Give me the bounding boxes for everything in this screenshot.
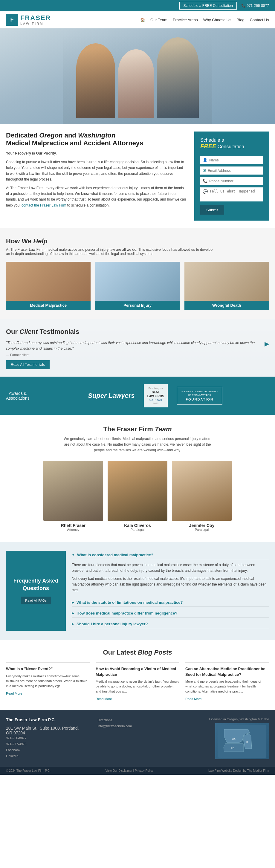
logo[interactable]: F FRASER LAW FIRM xyxy=(6,14,51,26)
awards-section: Awards &Associations Super Lawyers Best … xyxy=(0,377,275,415)
logo-icon: F xyxy=(6,14,18,26)
testimonial-next-arrow[interactable]: ▶ xyxy=(265,340,269,347)
super-lawyers-logo: Super Lawyers xyxy=(88,392,135,400)
priority-heading: Your Recovery is Our Priority. xyxy=(6,151,187,156)
footer-disclaimer-link: View Our Disclaimer | Privacy Policy xyxy=(105,769,153,772)
awards-logos: Super Lawyers Best Lawyers BESTLAW FIRMS… xyxy=(41,384,269,407)
team-role-2: Paralegal xyxy=(172,528,232,531)
contact-link[interactable]: contact the Fraser Law Firm xyxy=(22,203,66,208)
service-card-wrongful[interactable]: Wrongful Death xyxy=(184,262,269,310)
footer-facebook[interactable]: Facebook xyxy=(6,747,86,753)
nav-blog[interactable]: Blog xyxy=(237,18,245,22)
nav-practice-areas[interactable]: Practice Areas xyxy=(173,18,198,22)
faq-content: ▼ What is considered medical malpractice… xyxy=(72,551,269,631)
malpractice-label: Medical Malpractice xyxy=(6,301,91,310)
team-cards: Rhett Fraser Attorney Kala Oliveros Para… xyxy=(6,461,269,531)
team-card-2: Jennifer Coy Paralegal xyxy=(172,461,232,531)
faq-answer-0: There are four elements that must be pro… xyxy=(72,559,269,596)
logo-firm-sub: LAW FIRM xyxy=(20,22,51,25)
service-card-malpractice[interactable]: Medical Malpractice xyxy=(6,262,91,310)
wrongful-label: Wrongful Death xyxy=(184,301,269,310)
footer-col-contact: Directions info@thefraserfirm.com xyxy=(98,717,178,759)
testimonial-text: "The effort and energy was outstanding b… xyxy=(6,340,260,356)
faq-question-3[interactable]: ▶ Should I hire a personal injury lawyer… xyxy=(72,620,269,628)
faq-arrow-3: ▶ xyxy=(72,622,74,626)
blog-section: Our Latest Blog Posts What is a "Never E… xyxy=(0,640,275,710)
blog-read-more-2[interactable]: Read More xyxy=(185,697,202,701)
team-heading: The Fraser Firm Team xyxy=(6,425,269,433)
footer-email[interactable]: info@thefraserfirm.com xyxy=(98,723,178,729)
faq-q-text-0: What is considered medical malpractice? xyxy=(77,553,153,557)
blog-title-2: Can an Alternative Medicine Practitioner… xyxy=(185,666,269,677)
nav-why-choose-us[interactable]: Why Choose Us xyxy=(203,18,232,22)
email-input[interactable] xyxy=(208,168,261,173)
team-name-2: Jennifer Coy xyxy=(172,523,232,528)
nav-our-team[interactable]: Our Team xyxy=(150,18,167,22)
footer-phone1[interactable]: 971-266-8877 xyxy=(6,735,86,741)
phone-input[interactable] xyxy=(209,179,261,183)
footer-licensed: Licensed in Oregon, Washington & Idaho xyxy=(209,717,269,721)
logo-text: FRASER LAW FIRM xyxy=(20,14,51,25)
faq-arrow-0: ▼ xyxy=(72,553,75,557)
faq-arrow-2: ▶ xyxy=(72,612,74,615)
privacy-policy-link[interactable]: Privacy Policy xyxy=(135,769,153,772)
faq-q-text-1: What is the statute of limitations on me… xyxy=(77,600,183,605)
view-disclaimer-link[interactable]: View Our Disclaimer xyxy=(105,769,132,772)
svg-text:OR: OR xyxy=(231,747,234,749)
service-card-injury[interactable]: Personal Injury xyxy=(95,262,180,310)
main-nav: F FRASER LAW FIRM 🏠 Our Team Practice Ar… xyxy=(0,11,275,28)
faq-question-2[interactable]: ▶ How does medical malpractice differ fr… xyxy=(72,609,269,618)
injury-image xyxy=(95,262,180,301)
para-2: At The Fraser Law Firm, every client we … xyxy=(6,185,187,208)
svg-text:WA: WA xyxy=(232,738,236,740)
faq-sidebar-heading: Frequently Asked Questions xyxy=(12,577,60,592)
logo-firm-name: FRASER xyxy=(20,14,51,22)
footer-phone2[interactable]: 971-277-4970 xyxy=(6,741,86,747)
footer-directions[interactable]: Directions xyxy=(98,717,178,723)
nav-home[interactable]: 🏠 xyxy=(140,18,145,22)
blog-card-0: What is a "Never Event?" Everybody makes… xyxy=(6,662,90,701)
footer-firm-name: The Fraser Law Firm P.C. xyxy=(6,717,86,722)
wrongful-figure xyxy=(184,262,269,301)
person-3 xyxy=(157,37,199,118)
injury-label: Personal Injury xyxy=(95,301,180,310)
team-photo-2 xyxy=(172,461,232,521)
faq-item-2: ▶ How does medical malpractice differ fr… xyxy=(72,609,269,618)
blog-read-more-0[interactable]: Read More xyxy=(6,692,22,695)
best-law-firms-logo: Best Lawyers BESTLAW FIRMS U.S. NEWS 202… xyxy=(144,384,168,407)
message-field-wrap: 💬 xyxy=(200,187,263,202)
read-all-testimonials-btn[interactable]: Read All Testimonials xyxy=(6,360,50,369)
testimonials-section: Our Client Testimonials "The effort and … xyxy=(0,319,275,377)
phone-icon: 📞 xyxy=(203,179,208,183)
faq-question-1[interactable]: ▶ What is the statute of limitations on … xyxy=(72,598,269,607)
faq-question-0[interactable]: ▼ What is considered medical malpractice… xyxy=(72,551,269,559)
blog-excerpt-0: Everybody makes mistakes sometimes—but s… xyxy=(6,674,90,689)
footer-copyright: © 2024 The Fraser Law Firm P.C. xyxy=(6,769,51,772)
name-field-wrap: 👤 xyxy=(200,156,263,164)
free-consult-btn[interactable]: Schedule a FREE Consultation xyxy=(179,2,237,9)
map-svg: WA OR ID xyxy=(218,725,266,758)
team-name-0: Rhett Fraser xyxy=(43,523,103,528)
faq-q-text-2: How does medical malpractice differ from… xyxy=(77,611,177,615)
name-input[interactable] xyxy=(209,158,261,162)
team-role-0: Attorney xyxy=(43,528,103,531)
hero-photo xyxy=(0,28,275,124)
blog-title-1: How to Avoid Becoming a Victim of Medica… xyxy=(96,666,179,677)
submit-button[interactable]: Submit xyxy=(200,205,224,215)
team-name-1: Kala Oliveros xyxy=(108,523,167,528)
footer-linkedin[interactable]: LinkedIn xyxy=(6,753,86,759)
blog-title-0: What is a "Never Event?" xyxy=(6,666,90,672)
faq-all-btn[interactable]: Read All FAQs xyxy=(21,597,51,604)
intl-academy-logo: INTERNATIONAL ACADEMY OF TRIAL LAWYERS F… xyxy=(177,387,222,405)
blog-read-more-1[interactable]: Read More xyxy=(96,697,112,701)
message-icon: 💬 xyxy=(203,189,208,194)
injury-figure xyxy=(95,262,180,301)
faq-item-1: ▶ What is the statute of limitations on … xyxy=(72,598,269,607)
message-input[interactable] xyxy=(210,189,261,200)
footer-address: 101 SW Main St., Suite 1900, Portland, O… xyxy=(6,726,79,735)
nav-contact[interactable]: Contact Us xyxy=(250,18,269,22)
awards-label: Awards &Associations xyxy=(6,391,30,401)
how-we-help-heading: How We Help xyxy=(6,237,269,245)
email-icon: ✉ xyxy=(203,168,206,173)
top-bar: Schedule a FREE Consultation 📞 971-266-8… xyxy=(0,0,275,11)
